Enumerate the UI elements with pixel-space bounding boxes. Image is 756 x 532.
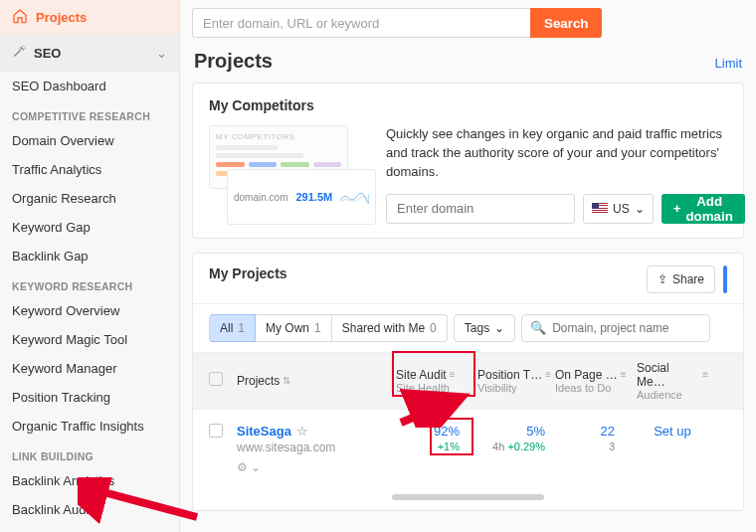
competitor-domain-input[interactable]: [386, 194, 575, 224]
nav-traffic-analytics[interactable]: Traffic Analytics: [0, 155, 179, 184]
chevron-down-icon: ⌄: [635, 202, 645, 216]
social-setup-link[interactable]: Set up: [637, 424, 708, 439]
horizontal-scrollbar[interactable]: [392, 494, 544, 500]
nav-backlink-audit[interactable]: Backlink Audit: [0, 495, 179, 524]
nav-organic-research[interactable]: Organic Research: [0, 184, 179, 213]
sort-icon[interactable]: ≡: [621, 369, 627, 380]
filter-shared[interactable]: Shared with Me0: [332, 314, 448, 342]
page-title: Projects: [194, 50, 273, 73]
nav-backlink-gap[interactable]: Backlink Gap: [0, 242, 179, 270]
search-button[interactable]: Search: [530, 8, 602, 38]
nav-position-tracking[interactable]: Position Tracking: [0, 383, 179, 412]
share-icon: ⇪: [658, 272, 667, 286]
project-search[interactable]: 🔍: [521, 314, 710, 342]
onpage-cell[interactable]: 223: [555, 424, 637, 452]
my-competitors-title: My Competitors: [209, 97, 727, 113]
search-icon: 🔍: [530, 320, 546, 335]
nav-link-building-tool[interactable]: Link Building Tool: [0, 524, 179, 532]
nav-keyword-manager[interactable]: Keyword Manager: [0, 354, 179, 383]
plus-icon: +: [673, 201, 681, 216]
project-url: www.sitesaga.com: [237, 441, 396, 454]
country-selector[interactable]: US ⌄: [583, 194, 654, 224]
project-name-link[interactable]: SiteSaga☆: [237, 424, 396, 439]
sort-icon[interactable]: ≡: [450, 369, 456, 380]
add-domain-button[interactable]: +Add domain: [662, 194, 745, 224]
table-header: Projects⇅ Site Audit≡Site Health Positio…: [193, 352, 743, 410]
projects-top-label: Projects: [36, 10, 87, 25]
seo-toggle[interactable]: SEO ⌄: [0, 35, 179, 72]
wand-icon: [12, 45, 26, 62]
us-flag-icon: [592, 203, 608, 214]
select-all-checkbox[interactable]: [209, 372, 223, 386]
filter-all[interactable]: All1: [209, 314, 256, 342]
seo-label: SEO: [34, 46, 61, 61]
home-icon: [12, 8, 28, 27]
top-search-bar: Search: [180, 0, 756, 46]
my-competitors-card: My Competitors MY COMPETITORS domain.com…: [192, 83, 744, 239]
nav-domain-overview[interactable]: Domain Overview: [0, 126, 179, 155]
chevron-down-icon: ⌄: [156, 46, 167, 61]
limits-link[interactable]: Limit: [715, 56, 742, 71]
sort-icon[interactable]: ≡: [545, 369, 551, 380]
nav-organic-traffic[interactable]: Organic Traffic Insights: [0, 412, 179, 441]
position-cell[interactable]: 5%4h +0.29%: [477, 424, 555, 452]
filter-my-own[interactable]: My Own1: [256, 314, 332, 342]
sort-icon[interactable]: ⇅: [283, 375, 290, 386]
nav-head-keyword: KEYWORD RESEARCH: [0, 270, 179, 296]
main-content: Search Projects Limit My Competitors MY …: [180, 0, 756, 532]
row-checkbox[interactable]: [209, 424, 223, 438]
nav-keyword-gap[interactable]: Keyword Gap: [0, 213, 179, 242]
star-icon[interactable]: ☆: [296, 424, 308, 439]
tags-dropdown[interactable]: Tags⌄: [454, 314, 515, 342]
my-projects-card: My Projects ⇪Share All1 My Own1 Shared w…: [192, 253, 744, 511]
panel-edge: [723, 266, 727, 293]
share-button[interactable]: ⇪Share: [647, 266, 715, 293]
projects-top-link[interactable]: Projects: [0, 0, 179, 35]
table-row: SiteSaga☆ www.sitesaga.com ⚙ ⌄ 92%+1% 5%…: [193, 410, 743, 488]
project-search-input[interactable]: [552, 321, 701, 335]
project-settings[interactable]: ⚙ ⌄: [237, 460, 396, 474]
nav-head-competitive: COMPETITIVE RESEARCH: [0, 100, 179, 126]
gear-icon: ⚙: [237, 460, 248, 474]
my-projects-title: My Projects: [209, 266, 287, 281]
projects-table: Projects⇅ Site Audit≡Site Health Positio…: [193, 352, 743, 500]
project-filters: All1 My Own1 Shared with Me0 Tags⌄ 🔍: [193, 304, 743, 352]
nav-keyword-magic[interactable]: Keyword Magic Tool: [0, 325, 179, 354]
search-input[interactable]: [192, 8, 530, 38]
sort-icon[interactable]: ≡: [702, 369, 708, 380]
sidebar: Projects SEO ⌄ SEO Dashboard COMPETITIVE…: [0, 0, 180, 532]
chevron-down-icon: ⌄: [494, 321, 504, 335]
nav-seo-dashboard[interactable]: SEO Dashboard: [0, 72, 179, 100]
nav-head-link: LINK BUILDING: [0, 441, 179, 466]
nav-backlink-analytics[interactable]: Backlink Analytics: [0, 466, 179, 495]
site-audit-cell[interactable]: 92%+1%: [396, 424, 477, 452]
competitors-description: Quickly see changes in key organic and p…: [386, 125, 745, 182]
nav-keyword-overview[interactable]: Keyword Overview: [0, 296, 179, 325]
competitors-illustration: MY COMPETITORS domain.com 291.5M: [209, 125, 368, 224]
